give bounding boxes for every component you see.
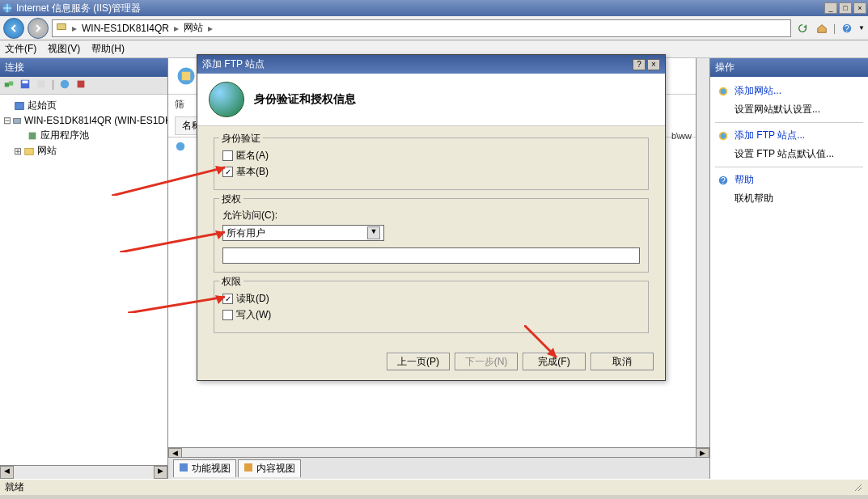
svg-rect-4 xyxy=(5,82,9,87)
tree-collapse-icon[interactable]: ⊟ xyxy=(3,115,11,126)
tree-start-page[interactable]: 起始页 xyxy=(3,98,164,113)
up-icon[interactable] xyxy=(59,78,70,92)
help-dropdown-icon[interactable]: ▼ xyxy=(858,24,865,32)
breadcrumb-host[interactable]: WIN-ES1DK81I4QR xyxy=(82,23,169,34)
sites-icon xyxy=(175,65,197,87)
app-icon xyxy=(2,2,13,14)
breadcrumb-sep: ▸ xyxy=(208,23,213,34)
tab-content[interactable]: 内容视图 xyxy=(238,459,301,477)
allow-access-label: 允许访问(C): xyxy=(222,209,640,222)
breadcrumb-node[interactable]: 网站 xyxy=(184,21,203,35)
left-hscroll[interactable]: ◀▶ xyxy=(0,465,167,479)
dialog-button-row: 上一页(P) 下一步(N) 完成(F) 取消 xyxy=(197,348,665,380)
dialog-subtitle: 身份验证和授权信息 xyxy=(254,92,356,107)
nav-bar: ▸ WIN-ES1DK81I4QR ▸ 网站 ▸ | ? ▼ xyxy=(0,16,868,40)
minimize-button[interactable]: _ xyxy=(824,2,837,14)
svg-rect-11 xyxy=(15,102,24,109)
svg-rect-27 xyxy=(244,463,252,472)
close-button[interactable]: × xyxy=(853,2,866,14)
menu-help[interactable]: 帮助(H) xyxy=(91,42,125,56)
connections-tree: 起始页 ⊟ WIN-ES1DK81I4QR (WIN-ES1DK 应用程序池 ⊞… xyxy=(0,95,167,465)
features-icon xyxy=(179,463,188,475)
folder-icon xyxy=(23,145,36,158)
svg-point-9 xyxy=(61,80,70,89)
svg-point-17 xyxy=(176,142,185,151)
svg-rect-8 xyxy=(38,81,45,88)
content-icon xyxy=(243,463,253,475)
globe-icon xyxy=(175,141,186,154)
connections-toolbar: | xyxy=(0,77,167,95)
help-icon: ? xyxy=(717,174,730,187)
svg-rect-5 xyxy=(9,82,13,86)
anonymous-label: 匿名(A) xyxy=(236,149,269,163)
allow-access-value: 所有用户 xyxy=(227,226,265,240)
tree-host[interactable]: ⊟ WIN-ES1DK81I4QR (WIN-ES1DK xyxy=(3,113,164,128)
prev-button[interactable]: 上一页(P) xyxy=(387,353,450,370)
write-label: 写入(W) xyxy=(236,308,271,322)
svg-text:?: ? xyxy=(845,23,849,32)
svg-rect-10 xyxy=(78,81,85,88)
resize-grip[interactable] xyxy=(850,480,863,495)
read-checkbox[interactable]: ✓ xyxy=(222,294,233,304)
actions-header: 操作 xyxy=(710,58,868,77)
server-icon xyxy=(11,114,23,127)
anonymous-checkbox[interactable] xyxy=(222,150,233,161)
main-area: 连接 | 起始页 ⊟ WIN-ES1DK81I4QR (WIN-ES1DK xyxy=(0,58,868,479)
action-add-website[interactable]: 添加网站... xyxy=(715,82,863,100)
address-bar[interactable]: ▸ WIN-ES1DK81I4QR ▸ 网站 ▸ xyxy=(52,19,791,37)
basic-label: 基本(B) xyxy=(236,165,269,179)
forward-button[interactable] xyxy=(28,18,49,39)
connections-panel: 连接 | 起始页 ⊟ WIN-ES1DK81I4QR (WIN-ES1DK xyxy=(0,58,168,479)
server-icon xyxy=(56,21,67,35)
finish-button[interactable]: 完成(F) xyxy=(523,353,586,370)
back-button[interactable] xyxy=(3,18,24,39)
next-button: 下一步(N) xyxy=(455,353,518,370)
tree-app-pools[interactable]: 应用程序池 xyxy=(3,128,164,143)
menu-view[interactable]: 视图(V) xyxy=(48,42,80,56)
home-icon[interactable] xyxy=(814,20,830,36)
svg-rect-16 xyxy=(182,72,191,81)
filter-label: 筛 xyxy=(175,98,184,112)
dialog-title: 添加 FTP 站点 xyxy=(202,57,631,71)
action-help[interactable]: ? 帮助 xyxy=(715,171,863,189)
tab-features[interactable]: 功能视图 xyxy=(173,459,236,477)
delete-icon[interactable] xyxy=(36,78,47,92)
action-site-defaults[interactable]: 设置网站默认设置... xyxy=(715,100,863,119)
apppool-icon xyxy=(26,129,39,142)
menu-file[interactable]: 文件(F) xyxy=(5,42,36,56)
allow-access-select[interactable]: 所有用户 ▼ xyxy=(222,225,384,241)
actions-separator xyxy=(715,122,863,123)
start-page-icon xyxy=(13,99,26,112)
cancel-button[interactable]: 取消 xyxy=(591,353,654,370)
dialog-body: 身份验证 匿名(A) ✓ 基本(B) 授权 允许访问(C): 所有用户 xyxy=(197,126,665,348)
action-ftp-defaults[interactable]: 设置 FTP 站点默认值... xyxy=(715,145,863,163)
svg-point-29 xyxy=(721,88,726,94)
connect-icon[interactable] xyxy=(3,78,15,92)
help-icon[interactable]: ? xyxy=(839,20,855,36)
tree-sites[interactable]: ⊞ 网站 xyxy=(3,143,164,159)
maximize-button[interactable]: □ xyxy=(839,2,852,14)
path-snippet: b\ww xyxy=(671,131,692,141)
svg-rect-13 xyxy=(29,132,36,139)
tree-expand-icon[interactable]: ⊞ xyxy=(13,146,23,157)
globe-icon xyxy=(717,129,730,142)
dialog-help-button[interactable]: ? xyxy=(633,59,646,70)
action-add-ftp[interactable]: 添加 FTP 站点... xyxy=(715,126,863,145)
actions-separator xyxy=(715,167,863,167)
add-ftp-dialog: 添加 FTP 站点 ? × 身份验证和授权信息 身份验证 匿名(A) ✓ xyxy=(197,54,666,381)
basic-checkbox[interactable]: ✓ xyxy=(222,167,233,177)
save-icon[interactable] xyxy=(19,78,31,92)
write-checkbox[interactable] xyxy=(222,310,233,320)
stop-icon[interactable] xyxy=(75,78,87,92)
center-panel: 网站 筛 名称 b\ww 添加 FTP 站点 ? × 身份验证和授权信息 xyxy=(168,58,709,479)
action-online-help[interactable]: 联机帮助 xyxy=(715,189,863,208)
svg-rect-7 xyxy=(23,81,28,84)
globe-icon xyxy=(717,85,730,98)
status-bar: 就绪 xyxy=(0,479,868,495)
svg-rect-26 xyxy=(180,463,188,472)
dialog-close-button[interactable]: × xyxy=(647,59,660,70)
center-vscroll[interactable] xyxy=(696,58,709,463)
allow-access-input[interactable] xyxy=(222,247,640,264)
authz-fieldset: 授权 允许访问(C): 所有用户 ▼ xyxy=(214,198,649,273)
refresh-icon[interactable] xyxy=(794,20,811,36)
